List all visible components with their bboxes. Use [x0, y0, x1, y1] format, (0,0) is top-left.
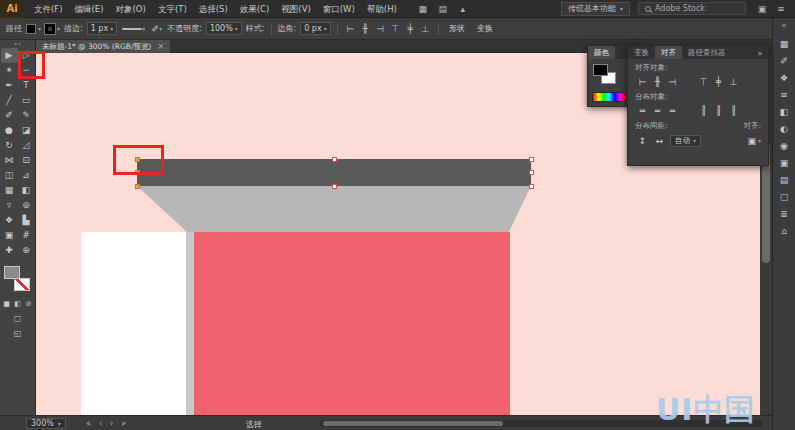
tab-color[interactable]: 颜色 — [588, 46, 615, 59]
align-bottom-icon[interactable]: ⊥ — [726, 75, 741, 89]
eraser-tool[interactable]: ◪ — [18, 123, 35, 138]
stroke-width-field[interactable]: 1 px ▾ — [87, 22, 117, 35]
prev-artboard-icon[interactable]: ‹ — [97, 418, 104, 429]
menu-effect[interactable]: 效果(C) — [234, 0, 276, 18]
arrange-documents-icon[interactable]: ▦ — [415, 2, 431, 16]
magic-wand-tool[interactable]: ✶ — [1, 63, 18, 78]
horizontal-scrollbar-thumb[interactable] — [323, 421, 503, 426]
panel-menu-icon[interactable]: ≡ — [773, 2, 789, 16]
menu-object[interactable]: 对象(O) — [110, 0, 152, 18]
distribute-horizontal-center-icon[interactable]: ║ — [711, 104, 726, 118]
distribute-vertical-center-icon[interactable]: ═ — [650, 104, 665, 118]
stock-search[interactable]: Adobe Stock — [638, 2, 746, 15]
width-tool[interactable]: ⋈ — [1, 153, 18, 168]
menu-edit[interactable]: 编辑(E) — [69, 0, 110, 18]
expand-panels-icon[interactable]: « — [773, 18, 795, 32]
last-artboard-icon[interactable]: » — [119, 418, 128, 429]
close-tab-icon[interactable]: × — [157, 42, 164, 51]
align-left-icon[interactable]: ⊢ — [635, 75, 650, 89]
opacity-field[interactable]: 100% ▾ — [206, 22, 242, 35]
trapezoid-shape[interactable] — [137, 186, 531, 232]
type-tool[interactable]: T — [18, 78, 35, 93]
align-to-dropdown[interactable]: ▣ ▾ — [747, 136, 761, 146]
menu-view[interactable]: 视图(V) — [275, 0, 316, 18]
align-panel-icon[interactable]: ≣ — [776, 208, 793, 220]
rectangle-tool[interactable]: ▭ — [18, 93, 35, 108]
red-rectangle[interactable] — [194, 232, 510, 415]
document-layout-icon[interactable]: ▤ — [435, 2, 451, 16]
next-artboard-icon[interactable]: › — [108, 418, 115, 429]
gradient-panel-icon[interactable]: ◧ — [776, 106, 793, 118]
anchor-point[interactable] — [529, 184, 534, 189]
blob-brush-tool[interactable]: ● — [1, 123, 18, 138]
menu-help[interactable]: 帮助(H) — [361, 0, 403, 18]
distribute-right-icon[interactable]: ║ — [726, 104, 741, 118]
artboards-panel-icon[interactable]: ▢ — [776, 191, 793, 203]
fill-color-swatch[interactable]: ▾ — [26, 24, 41, 34]
scale-tool[interactable]: ◿ — [18, 138, 35, 153]
selection-tool[interactable]: ▶ — [1, 48, 18, 63]
document-tab[interactable]: 未标题-1* @ 300% (RGB/预览) × — [36, 40, 170, 53]
brush-definition-dropdown[interactable]: ✐ ▾ — [150, 22, 163, 36]
spacing-value-field[interactable]: 自动 ▾ — [670, 135, 701, 147]
pen-tool[interactable]: ✒ — [1, 78, 18, 93]
color-mode-button[interactable]: ■ — [2, 300, 12, 309]
zoom-tool[interactable]: ⊕ — [18, 243, 35, 258]
distribute-left-icon[interactable]: ║ — [696, 104, 711, 118]
swatches-panel-icon[interactable]: ▦ — [776, 38, 793, 50]
color-fill-swatch[interactable] — [593, 64, 608, 76]
pencil-tool[interactable]: ✎ — [18, 108, 35, 123]
rotate-tool[interactable]: ↻ — [1, 138, 18, 153]
graphic-styles-panel-icon[interactable]: ▣ — [776, 157, 793, 169]
free-transform-tool[interactable]: ⊡ — [18, 153, 35, 168]
libraries-panel-icon[interactable]: ⌂ — [776, 225, 793, 237]
shape-builder-tool[interactable]: ◫ — [1, 168, 18, 183]
vertical-align-bottom-icon[interactable]: ⊥ — [419, 22, 432, 36]
eyedropper-tool[interactable]: ▿ — [1, 198, 18, 213]
transparency-panel-icon[interactable]: ◐ — [776, 123, 793, 135]
line-segment-tool[interactable]: ╱ — [1, 93, 18, 108]
artboard-tool[interactable]: ▣ — [1, 228, 18, 243]
panel-grid-icon[interactable]: ▣ — [754, 2, 770, 16]
screen-mode-button[interactable]: ◱ — [11, 328, 25, 339]
corner-radius-field[interactable]: 0 px ▾ — [300, 22, 330, 35]
menu-type[interactable]: 文字(T) — [152, 0, 193, 18]
anchor-point[interactable] — [529, 170, 534, 175]
tab-transform[interactable]: 变换 — [628, 46, 655, 59]
align-horizontal-center-icon[interactable]: ╫ — [650, 75, 665, 89]
anchor-point[interactable] — [135, 184, 140, 189]
shape-quick-button[interactable]: 形状 — [445, 23, 469, 34]
first-artboard-icon[interactable]: « — [84, 418, 93, 429]
vertical-align-center-icon[interactable]: ╪ — [404, 22, 417, 36]
draw-mode-button[interactable]: ▢ — [11, 313, 25, 324]
color-spectrum-bar[interactable] — [592, 92, 626, 102]
app-logo[interactable]: Ai — [0, 0, 24, 18]
stroke-none-swatch[interactable] — [14, 278, 30, 291]
blend-tool[interactable]: ⊚ — [18, 198, 35, 213]
brushes-panel-icon[interactable]: ✐ — [776, 55, 793, 67]
stroke-panel-icon[interactable]: ≡ — [776, 89, 793, 101]
horizontal-align-center-icon[interactable]: ╫ — [359, 22, 372, 36]
panel-menu-icon[interactable]: » — [754, 47, 766, 60]
gradient-tool[interactable]: ◧ — [18, 183, 35, 198]
mesh-tool[interactable]: ▦ — [1, 183, 18, 198]
symbol-sprayer-tool[interactable]: ❖ — [1, 213, 18, 228]
distribute-bottom-icon[interactable]: ═ — [665, 104, 680, 118]
none-mode-button[interactable]: ⊘ — [24, 300, 34, 309]
align-right-icon[interactable]: ⊣ — [665, 75, 680, 89]
distribute-top-icon[interactable]: ═ — [635, 104, 650, 118]
gradient-mode-button[interactable]: ◧ — [13, 300, 23, 309]
hand-tool[interactable]: ✚ — [1, 243, 18, 258]
zoom-level-select[interactable]: 300% ▾ — [26, 418, 66, 429]
anchor-point[interactable] — [529, 157, 534, 162]
width-profile-dropdown[interactable]: ▾ — [121, 22, 146, 36]
align-vertical-center-icon[interactable]: ╪ — [711, 75, 726, 89]
anchor-point[interactable] — [332, 184, 337, 189]
vertical-distribute-space-icon[interactable]: ↕ — [635, 134, 650, 148]
vertical-align-top-icon[interactable]: ⊤ — [389, 22, 402, 36]
toolbar-grip[interactable]: ∙∙ — [0, 40, 35, 48]
paintbrush-tool[interactable]: ✐ — [1, 108, 18, 123]
anchor-point[interactable] — [332, 157, 337, 162]
column-graph-tool[interactable]: ▙ — [18, 213, 35, 228]
tab-align[interactable]: 对齐 — [655, 46, 682, 59]
